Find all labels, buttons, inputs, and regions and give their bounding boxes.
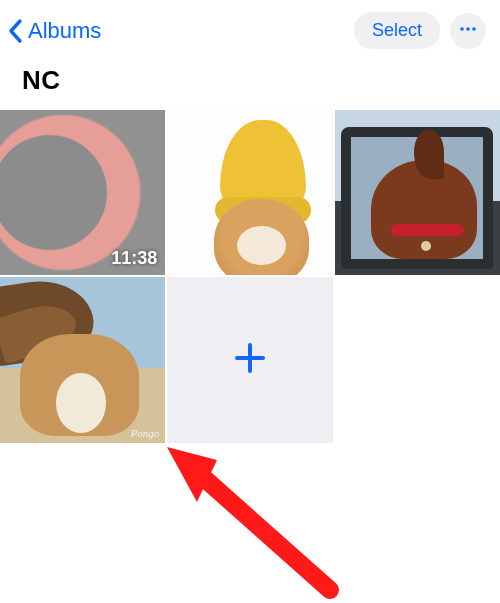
grid-item-photo[interactable] [335,110,500,275]
photo-watermark: Pongo [131,427,160,439]
svg-point-0 [460,27,464,31]
album-title: NC [0,61,500,110]
grid-item-video[interactable]: 11:38 [0,110,165,275]
select-label: Select [372,20,422,40]
add-photo-button[interactable] [167,277,332,442]
svg-point-2 [472,27,476,31]
photo-content [56,373,106,433]
photo-content [421,241,431,251]
more-button[interactable] [450,13,486,49]
svg-marker-3 [167,447,217,502]
photo-content [414,130,444,180]
back-label: Albums [28,18,101,44]
back-button[interactable]: Albums [6,17,101,45]
video-duration: 11:38 [111,248,157,269]
select-button[interactable]: Select [354,12,440,49]
plus-icon [232,340,268,380]
svg-point-1 [466,27,470,31]
grid-item-photo[interactable]: Pongo [0,277,165,442]
ellipsis-icon [458,19,478,43]
photo-grid: 11:38 Pongo [0,110,500,443]
nav-bar: Albums Select [0,0,500,61]
photo-content [391,224,464,236]
nav-actions: Select [354,12,486,49]
grid-item-photo[interactable] [167,110,332,275]
chevron-left-icon [6,17,26,45]
